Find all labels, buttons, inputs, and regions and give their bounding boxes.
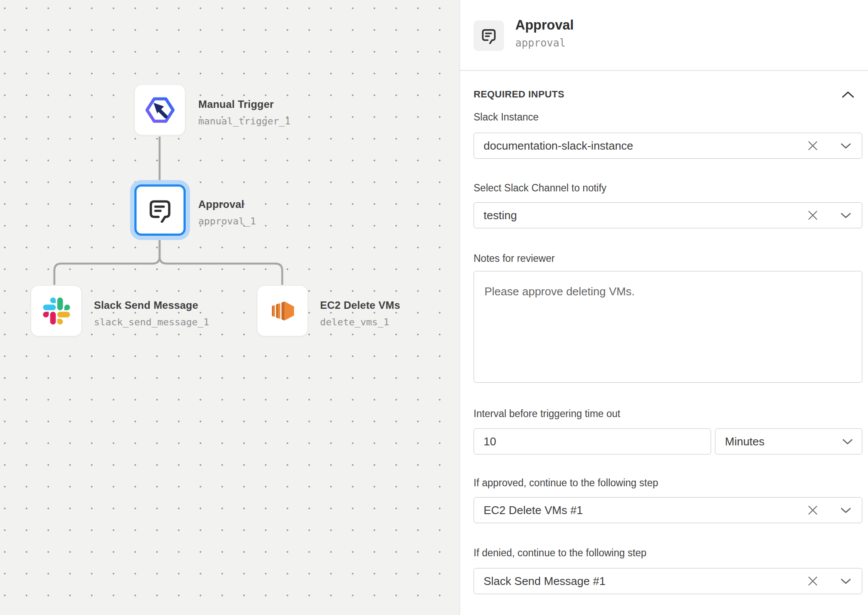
chevron-down-icon	[840, 578, 851, 585]
node-title: Slack Send Message	[94, 299, 198, 311]
interval-field	[474, 428, 711, 455]
chevron-down-icon	[840, 507, 851, 514]
chevron-down-icon	[840, 143, 851, 149]
x-clear-icon	[807, 210, 818, 221]
clear-button[interactable]	[803, 568, 822, 594]
if-denied-label: If denied, continue to the following ste…	[474, 547, 647, 559]
x-clear-icon	[807, 505, 818, 516]
divider	[460, 70, 868, 71]
clear-button[interactable]	[803, 202, 822, 228]
interval-unit-select[interactable]: Minutes	[715, 428, 862, 455]
dropdown-button[interactable]	[836, 202, 855, 228]
approval-comment-icon	[147, 197, 173, 223]
chevron-down-icon	[840, 212, 851, 219]
node-title: Approval	[198, 198, 244, 211]
dropdown-button[interactable]	[842, 438, 862, 445]
section-required-inputs: REQUIRED INPUTS	[474, 89, 564, 100]
slack-logo-icon	[43, 297, 70, 324]
workflow-canvas[interactable]: Manual Trigger manual_trigger_1 Approval…	[0, 0, 460, 615]
notes-field: Please approve deleting VMs.	[474, 271, 862, 384]
clear-button[interactable]	[803, 133, 822, 159]
dropdown-button[interactable]	[836, 568, 855, 594]
config-panel: Approval approval REQUIRED INPUTS Slack …	[460, 0, 868, 615]
panel-subtitle: approval	[515, 37, 566, 49]
approval-comment-icon	[481, 27, 497, 44]
clear-button[interactable]	[803, 497, 822, 523]
node-id: delete_vms_1	[320, 317, 389, 328]
interval-input[interactable]	[474, 428, 711, 455]
interval-unit-value: Minutes	[715, 435, 842, 448]
node-id: manual_trigger_1	[198, 116, 290, 127]
node-approval[interactable]	[134, 184, 186, 236]
slack-channel-label: Select Slack Channel to notify	[474, 182, 607, 194]
manual-trigger-icon	[143, 93, 177, 127]
slack-instance-field	[474, 133, 862, 159]
if-approved-label: If approved, continue to the following s…	[474, 477, 658, 489]
panel-title: Approval	[515, 17, 574, 33]
dropdown-button[interactable]	[836, 497, 855, 523]
interval-label: Interval before triggering time out	[474, 408, 621, 420]
dropdown-button[interactable]	[836, 133, 855, 159]
collapse-section-button[interactable]	[839, 87, 857, 102]
node-manual-trigger[interactable]	[134, 84, 186, 136]
x-clear-icon	[807, 575, 818, 587]
node-title: EC2 Delete VMs	[320, 299, 400, 311]
node-title: Manual Trigger	[198, 98, 274, 110]
node-id: approval_1	[198, 216, 256, 227]
notes-label: Notes for reviewer	[474, 253, 555, 264]
x-clear-icon	[807, 140, 818, 151]
node-slack-send-message[interactable]	[30, 285, 82, 337]
slack-instance-label: Slack Instance	[474, 111, 539, 123]
if-approved-field	[474, 497, 862, 523]
panel-node-icon	[474, 20, 504, 51]
node-id: slack_send_message_1	[94, 317, 209, 328]
aws-ec2-icon	[268, 297, 297, 325]
chevron-down-icon	[842, 438, 853, 445]
node-ec2-delete-vms[interactable]	[257, 285, 308, 337]
notes-textarea[interactable]: Please approve deleting VMs.	[474, 271, 862, 383]
chevron-up-icon	[841, 91, 855, 98]
if-denied-field	[474, 568, 862, 594]
slack-channel-field	[474, 202, 862, 228]
